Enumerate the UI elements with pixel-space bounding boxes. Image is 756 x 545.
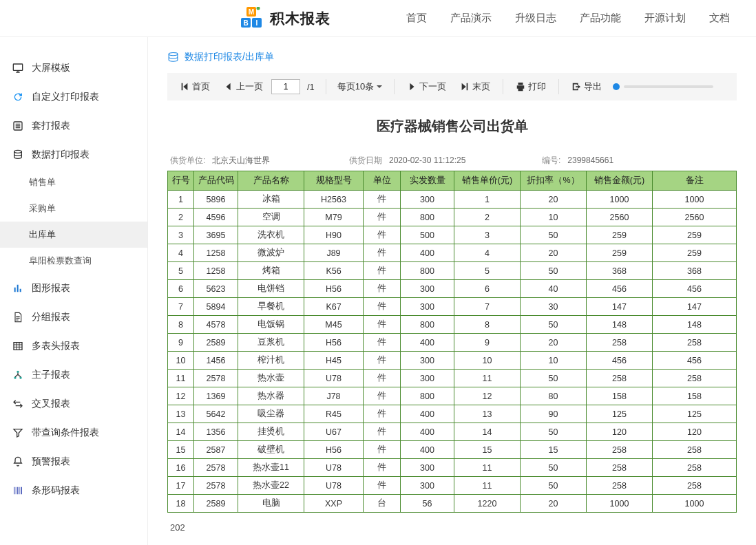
- cell: 500: [401, 226, 454, 244]
- cell: 90: [521, 405, 587, 423]
- export-label: 导出: [584, 81, 602, 93]
- cell: 1: [454, 191, 521, 209]
- cell: 300: [401, 191, 454, 209]
- supplier-label: 供货单位:: [170, 156, 205, 165]
- cell: 258: [653, 441, 737, 459]
- cell: 5896: [194, 191, 238, 209]
- sidebar-sub-3-2[interactable]: 出库单: [0, 222, 147, 248]
- col-header-8: 销售金额(元): [587, 171, 653, 191]
- cell: 热水器: [238, 387, 304, 405]
- cell: 1000: [587, 495, 653, 513]
- sidebar-item-3[interactable]: 数据打印报表: [0, 140, 147, 169]
- cell: 258: [653, 459, 737, 477]
- nav-docs[interactable]: 文档: [709, 12, 730, 25]
- cell: 50: [521, 477, 587, 495]
- cell: 158: [587, 387, 653, 405]
- first-label: 首页: [192, 81, 210, 93]
- cell: 件: [364, 316, 401, 334]
- cell: 件: [364, 191, 401, 209]
- cell: 13: [168, 405, 194, 423]
- cell: 件: [364, 352, 401, 370]
- database-icon: [167, 52, 179, 63]
- page-input[interactable]: [271, 79, 300, 94]
- table-row: 84578电饭锅M45件800850148148: [168, 316, 737, 334]
- sidebar-item-0[interactable]: 大屏模板: [0, 54, 147, 83]
- cell: 20: [521, 495, 587, 513]
- cell: 300: [401, 370, 454, 387]
- sidebar-item-5[interactable]: 分组报表: [0, 303, 147, 332]
- breadcrumb: 数据打印报表/出库单: [167, 51, 737, 63]
- nav-features[interactable]: 产品功能: [580, 12, 621, 25]
- cell: 洗衣机: [238, 226, 304, 244]
- cell: 7: [454, 298, 521, 316]
- cell: 件: [364, 441, 401, 459]
- sidebar-label: 分组报表: [32, 311, 70, 323]
- next-page-button[interactable]: 下一页: [401, 78, 452, 96]
- nav-opensource[interactable]: 开源计划: [644, 12, 686, 25]
- sidebar-item-2[interactable]: 套打报表: [0, 111, 147, 140]
- cell: 5623: [194, 280, 238, 298]
- bars-icon: [12, 485, 23, 496]
- sidebar-item-9[interactable]: 带查询条件报表: [0, 418, 147, 447]
- cell: 456: [587, 280, 653, 298]
- cell: U78: [304, 477, 364, 495]
- cell: 258: [587, 459, 653, 477]
- print-button[interactable]: 打印: [510, 78, 552, 96]
- sidebar-label: 数据打印报表: [32, 149, 90, 161]
- id-label: 编号:: [542, 156, 560, 165]
- logo: M B I 积木报表: [241, 7, 330, 30]
- cell: 147: [653, 298, 737, 316]
- cell: 5: [454, 262, 521, 280]
- sidebar-item-11[interactable]: 条形码报表: [0, 476, 147, 505]
- sidebar-item-7[interactable]: 主子报表: [0, 361, 147, 389]
- prev-page-button[interactable]: 上一页: [218, 78, 269, 96]
- cell: 148: [587, 316, 653, 334]
- col-header-6: 销售单价(元): [454, 171, 521, 191]
- nav-home[interactable]: 首页: [406, 12, 427, 25]
- cell: 300: [401, 459, 454, 477]
- cell: H2563: [304, 191, 364, 209]
- last-label: 末页: [472, 81, 490, 93]
- sidebar-item-4[interactable]: 图形报表: [0, 274, 147, 303]
- sidebar-sub-3-0[interactable]: 销售单: [0, 169, 147, 195]
- svg-text:I: I: [256, 19, 258, 27]
- sidebar-sub-3-1[interactable]: 采购单: [0, 195, 147, 222]
- page-size-select[interactable]: 每页10条: [333, 78, 387, 95]
- svg-point-12: [14, 376, 16, 378]
- last-page-button[interactable]: 末页: [454, 78, 496, 96]
- slider-handle[interactable]: [613, 83, 620, 90]
- cell: 17: [168, 477, 194, 495]
- first-page-button[interactable]: 首页: [174, 78, 216, 96]
- next-label: 下一页: [419, 81, 446, 93]
- sidebar-item-8[interactable]: 交叉报表: [0, 389, 147, 418]
- cell: 148: [653, 316, 737, 334]
- nav-changelog[interactable]: 升级日志: [515, 12, 556, 25]
- cell: 9: [454, 334, 521, 352]
- col-header-7: 折扣率（%）: [521, 171, 587, 191]
- cell: 9: [168, 334, 194, 352]
- cell: 258: [653, 334, 737, 352]
- sidebar-item-1[interactable]: 自定义打印报表: [0, 83, 147, 111]
- cell: 件: [364, 370, 401, 387]
- cell: 1369: [194, 387, 238, 405]
- cell: 热水壶: [238, 370, 304, 387]
- sidebar-item-10[interactable]: 预警报表: [0, 447, 147, 476]
- export-button[interactable]: 导出: [566, 78, 607, 96]
- content-area: 数据打印报表/出库单 首页 上一页 /1 每页10条 下一页: [148, 37, 756, 545]
- cell: 15: [168, 441, 194, 459]
- cell: 件: [364, 387, 401, 405]
- cell: 2589: [194, 334, 238, 352]
- nav-demo[interactable]: 产品演示: [450, 12, 492, 25]
- sidebar-item-6[interactable]: 多表头报表: [0, 332, 147, 361]
- footer-number: 202: [167, 522, 737, 533]
- zoom-slider[interactable]: [613, 83, 713, 90]
- table-row: 51258烤箱K56件800550368368: [168, 262, 737, 280]
- cell: 258: [587, 477, 653, 495]
- sidebar-label: 条形码报表: [32, 484, 80, 497]
- cell: 8: [168, 316, 194, 334]
- svg-point-6: [257, 7, 260, 10]
- sidebar-sub-3-3[interactable]: 阜阳检票数查询: [0, 248, 147, 274]
- svg-rect-7: [13, 64, 22, 70]
- cell: 5894: [194, 298, 238, 316]
- cell: 1: [168, 191, 194, 209]
